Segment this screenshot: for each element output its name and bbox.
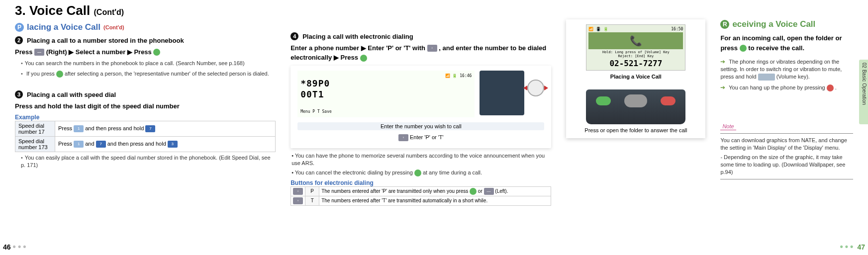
step-3-badge: 3	[15, 90, 23, 98]
screen-time: 📶 🔋 16:46	[300, 74, 472, 79]
callout-enter-number: Enter the number you wish to call	[297, 122, 544, 130]
btns-head: Buttons for electronic dialing	[290, 179, 551, 186]
green-call-button	[596, 96, 611, 105]
col-left-b: 4 Placing a call with electronic dialing…	[290, 19, 551, 206]
step2-instr-b: (Right) ▶ Select a number ▶ Press	[46, 48, 152, 56]
incoming-call-screen: 📶 📳 🔋16:50 📞 Hold: Long press of [Volume…	[586, 24, 685, 71]
step3-foot: •You can easily place a call with the sp…	[21, 154, 276, 169]
receiving-head-instr: For an incoming call, open the folder or…	[720, 33, 853, 53]
section-receiving-head: R eceiving a Voice Call	[720, 19, 853, 29]
step-2-badge: 2	[15, 36, 23, 44]
t-key-cell: T	[305, 196, 319, 205]
screen-time2: 16:50	[671, 27, 683, 31]
screen-hint: Hold: Long press of [Volume] Key Reject:…	[588, 50, 683, 59]
section-receiving-title: eceiving a Voice Call	[732, 19, 815, 29]
nav-dpad-icon	[527, 80, 544, 96]
page-title: 3. Voice Call (Cont'd)	[0, 0, 868, 19]
call-key-icon-2	[56, 71, 63, 78]
call-key-icon-5	[470, 188, 477, 195]
p-desc-cell: The numbers entered after 'P' are transm…	[319, 186, 551, 196]
call-key-icon-3	[360, 55, 367, 62]
col-right: 📶 📳 🔋16:50 📞 Hold: Long press of [Volume…	[566, 19, 853, 206]
title-main: Voice Call	[29, 3, 90, 18]
center-nav-button	[624, 94, 647, 107]
col-left-a: P lacing a Voice Call (Cont'd) 2 Placing…	[15, 19, 276, 206]
callout-enter-pt: ◦ Enter 'P' or 'T'	[297, 134, 544, 141]
table-row: Speed dial number 17 Press 1 and then pr…	[15, 121, 276, 137]
sd17-label: Speed dial number 17	[15, 121, 55, 137]
nav-key-icon-3: —	[484, 188, 494, 195]
call-key-icon	[153, 49, 160, 56]
screen-text: *89P0 00T1	[300, 78, 472, 99]
section-placing-suffix: (Cont'd)	[103, 24, 124, 30]
nav-key-icon-2: ◦	[427, 45, 437, 52]
step-4-head: Placing a call with electronic dialing	[302, 32, 413, 41]
receiving-bullet2: ➔ You can hang up the phone by pressing …	[720, 84, 853, 91]
caption-placing: Placing a Voice Call	[571, 74, 700, 80]
end-key-icon	[827, 85, 834, 91]
note-label: Note	[720, 123, 736, 130]
nav-icon-cell-2: ◦	[291, 196, 305, 205]
screen-menu: Menu P T Save	[300, 109, 472, 114]
t-desc-cell: The numbers entered after 'T' are transm…	[319, 196, 551, 205]
incoming-number: 02-521-7277	[588, 59, 683, 68]
nav-icon-small: ◦	[398, 134, 408, 141]
phone-screen: 📶 🔋 16:46 *89P0 00T1 Menu P T Save	[297, 71, 475, 117]
phone-illustration-col: 📶 📳 🔋16:50 📞 Hold: Long press of [Volume…	[566, 19, 705, 206]
folder-keypad-illustration	[586, 89, 685, 124]
section-placing-title: lacing a Voice Call	[27, 22, 100, 32]
handset-icon: 📞	[630, 35, 642, 47]
step-2-instr: Press — (Right) ▶ Select a number ▶ Pres…	[15, 47, 276, 57]
dots-icon-r: •••	[840, 242, 856, 252]
key-3-icon: 3	[168, 141, 178, 148]
example-label: Example	[15, 114, 276, 121]
note-rule	[720, 133, 853, 134]
note-line1: You can download graphics from NATE, and…	[720, 137, 853, 152]
step4-instr: Enter a phone number ▶ Enter 'P' or 'T' …	[290, 43, 551, 63]
badge-p: P	[15, 23, 24, 32]
call-key-icon-6	[740, 45, 747, 52]
step3-instr: Press and hold the last digit of the spe…	[15, 101, 276, 111]
caption-answer: Press or open the folder to answer the c…	[571, 127, 700, 133]
badge-r: R	[720, 20, 729, 29]
key-7-icon: 7	[145, 125, 155, 132]
nav-icon-cell: ◦	[291, 186, 305, 196]
arrow-icon: ➔	[720, 58, 725, 65]
key-1b-icon: 1	[74, 141, 84, 148]
p-key-cell: P	[305, 186, 319, 196]
title-suffix: (Cont'd)	[94, 8, 124, 16]
step-2-head: Placing a call to a number stored in the…	[27, 36, 184, 45]
step4-bullet1: • You can have the phone to memorize sev…	[291, 152, 551, 167]
section-placing-head: P lacing a Voice Call (Cont'd)	[15, 22, 276, 32]
step2-note2: • If you press after selecting a person,…	[21, 70, 276, 78]
speed-dial-table: Speed dial number 17 Press 1 and then pr…	[15, 121, 276, 152]
arrow-icon-2: ➔	[720, 84, 725, 91]
note-line2: - Depending on the size of the graphic, …	[720, 154, 853, 176]
key-7b-icon: 7	[96, 141, 106, 148]
page-number-left: 46•••	[3, 242, 28, 252]
volume-key-icon	[758, 74, 775, 81]
step2-note1: •You can search the numbers in the phone…	[21, 60, 276, 67]
page-number-right: •••47	[840, 242, 865, 252]
electronic-dial-figure: 📶 🔋 16:46 *89P0 00T1 Menu P T Save Enter…	[290, 66, 551, 148]
sd173-desc: Press 1 and 7 and then press and hold 3	[55, 137, 276, 152]
step-3-head: Placing a call with speed dial	[27, 90, 116, 99]
receiving-bullet1: ➔ The phone rings or vibrates depending …	[720, 58, 853, 81]
table-row: ◦ P The numbers entered after 'P' are tr…	[291, 186, 551, 196]
step2-instr-a: Press	[15, 48, 32, 56]
step-4-badge: 4	[290, 32, 298, 40]
table-row: Speed dial number 173 Press 1 and 7 and …	[15, 137, 276, 152]
table-row: ◦ T The numbers entered after 'T' are tr…	[291, 196, 551, 205]
phone-card-1: 📶 📳 🔋16:50 📞 Hold: Long press of [Volume…	[566, 19, 705, 138]
step4-bullet2: • You can cancel the electronic dialing …	[291, 169, 551, 176]
key-1-icon: 1	[74, 125, 84, 132]
red-end-button	[661, 96, 675, 105]
side-tab: 02 Basic Operation	[859, 60, 868, 124]
dots-icon: •••	[13, 242, 28, 252]
receiving-text-col: R eceiving a Voice Call For an incoming …	[720, 19, 853, 206]
title-prefix: 3.	[15, 3, 26, 18]
call-key-icon-4	[414, 170, 421, 176]
note-rule-2	[720, 179, 853, 179]
nav-key-icon: —	[34, 49, 44, 56]
note-box: Note You can download graphics from NATE…	[720, 121, 853, 179]
